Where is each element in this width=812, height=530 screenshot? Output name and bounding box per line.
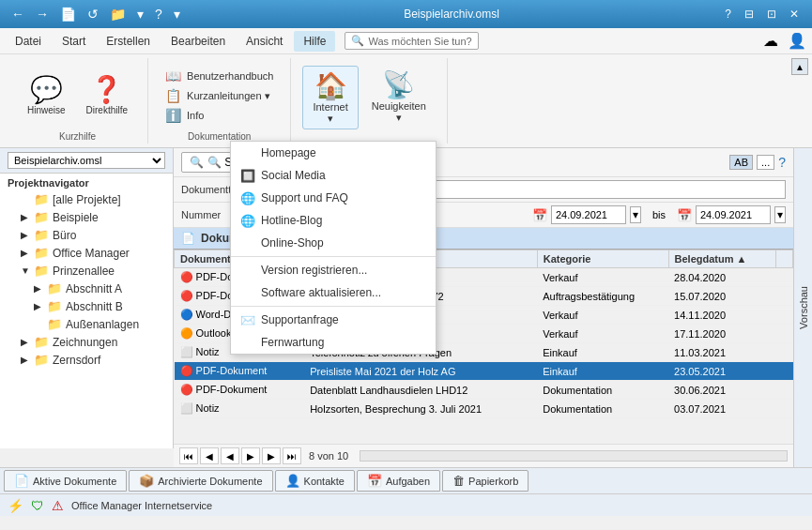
btn-kurzanleitungen[interactable]: 📋 Kurzanleitungen ▾: [160, 86, 279, 105]
date-dropdown-icon[interactable]: ▾: [630, 206, 641, 223]
sidebar-item-abschnitt-a[interactable]: ▶ 📁 Abschnitt A: [0, 280, 173, 297]
page-prev-btn[interactable]: ◀: [221, 447, 239, 464]
date-from-input[interactable]: [551, 205, 626, 224]
date-to-container: 📅 ▾: [677, 205, 786, 224]
menu-bearbeiten[interactable]: Bearbeiten: [161, 31, 235, 52]
account-icon[interactable]: 👤: [788, 32, 806, 50]
sidebar-item-label-zernsdorf: Zernsdorf: [53, 354, 100, 367]
date-filter: AB ... ?: [729, 155, 786, 170]
help-icon[interactable]: ?: [151, 5, 166, 23]
internet-dropdown: Homepage 🔲 Social Media 🌐 Support und FA…: [230, 141, 437, 355]
table-row[interactable]: ⬜ Notiz Holzsorten, Besprechung 3. Juli …: [175, 400, 793, 418]
menu-hotline-blog[interactable]: 🌐 Hotline-Blog: [231, 209, 436, 232]
doc-type-icon: ⬜: [180, 402, 193, 414]
folder-icon[interactable]: 📁: [106, 5, 130, 23]
close-btn[interactable]: ✕: [784, 8, 804, 21]
tab-aufgaben[interactable]: 📅 Aufgaben: [357, 470, 440, 492]
btn-kurzanleitungen-label: Kurzanleitungen ▾: [187, 90, 270, 102]
menu-online-shop[interactable]: Online-Shop: [231, 232, 436, 254]
sidebar-item-abschnitt-b[interactable]: ▶ 📁 Abschnitt B: [0, 297, 173, 315]
folder-zernsdorf-icon: 📁: [34, 353, 49, 367]
sidebar-item-aussenanlagen[interactable]: 📁 Außenanlagen: [0, 315, 173, 333]
doc-type-icon: 🔵: [180, 309, 193, 320]
forward-btn[interactable]: →: [32, 5, 53, 23]
sidebar-item-beispiele[interactable]: ▶ 📁 Beispiele: [0, 208, 173, 226]
back-btn[interactable]: ←: [8, 5, 28, 23]
page-first-btn[interactable]: ⏮: [179, 447, 198, 464]
tree-arrow-beispiele: ▶: [21, 212, 34, 222]
btn-benutzerhandbuch[interactable]: 📖 Benutzerhandbuch: [160, 67, 279, 85]
menu-support-faq[interactable]: 🌐 Support und FAQ: [231, 187, 436, 209]
tab-kontakte[interactable]: 👤 Kontakte: [275, 470, 355, 492]
tab-aktive[interactable]: 📄 Aktive Dokumente: [4, 470, 127, 492]
cloud-icon[interactable]: ☁: [763, 32, 778, 50]
folder-abschnitt-a-icon: 📁: [47, 281, 62, 295]
cell-type: 🔴 PDF-Dokument: [175, 362, 305, 381]
menu-software-aktualisieren[interactable]: Software aktualisieren...: [231, 281, 436, 304]
tab-papierkorb-icon: 🗑: [452, 474, 465, 488]
config-arrow[interactable]: ▾: [170, 5, 184, 23]
date-to-input[interactable]: [696, 205, 771, 224]
tab-papierkorb[interactable]: 🗑 Papierkorb: [442, 470, 529, 492]
folder-all-icon: 📁: [34, 192, 49, 206]
ribbon: 💬 Hinweise ❓ Direkthilfe Kurzhilfe 📖 Ben…: [0, 54, 812, 148]
search-btn-icon: 🔍: [190, 156, 204, 169]
minimize-btn[interactable]: ⊟: [739, 8, 759, 21]
menu-version-registrieren[interactable]: Version registrieren...: [231, 259, 436, 281]
menu-homepage[interactable]: Homepage: [231, 142, 436, 164]
page-scroll[interactable]: [360, 450, 788, 462]
cell-category: Einkauf: [537, 362, 668, 381]
homepage-label: Homepage: [261, 146, 316, 159]
col-category[interactable]: Kategorie: [537, 250, 668, 268]
date-cal-icon: 📅: [532, 208, 547, 222]
doc-type-icon: 🔴: [180, 271, 193, 282]
vorschau-tab[interactable]: Vorschau: [793, 148, 812, 467]
cell-extra: [776, 343, 793, 362]
table-row[interactable]: 🔴 PDF-Dokument Preisliste Mai 2021 der H…: [175, 362, 793, 381]
hinweise-icon: 💬: [30, 77, 63, 103]
page-last-btn[interactable]: ⏭: [283, 447, 301, 464]
sidebar-item-label-buero: Büro: [53, 229, 76, 242]
restore-btn[interactable]: ⊡: [761, 8, 782, 21]
menu-search[interactable]: 🔍 Was möchten Sie tun?: [345, 32, 478, 50]
page-next-next-btn[interactable]: ▶: [262, 447, 281, 464]
cell-extra: [776, 268, 793, 287]
sidebar-item-zernsdorf[interactable]: ▶ 📁 Zernsdorf: [0, 351, 173, 369]
sidebar-item-office-manager[interactable]: ▶ 📁 Office Manager: [0, 244, 173, 262]
menu-supportanfrage[interactable]: ✉️ Supportanfrage: [231, 309, 436, 331]
menu-hilfe[interactable]: Hilfe: [294, 31, 335, 52]
btn-direkthilfe[interactable]: ❓ Direkthilfe: [78, 72, 136, 120]
help-btn[interactable]: ?: [719, 8, 737, 21]
refresh-btn[interactable]: ↺: [84, 5, 102, 23]
table-row[interactable]: 🔴 PDF-Dokument Datenblatt Landhausdielen…: [175, 381, 793, 400]
tab-archivierte[interactable]: 📦 Archivierte Dokumente: [129, 470, 272, 492]
dropdown-arrow[interactable]: ▾: [133, 5, 147, 23]
menu-social-media[interactable]: 🔲 Social Media: [231, 164, 436, 187]
sidebar-item-all[interactable]: 📁 [alle Projekte]: [0, 190, 173, 208]
col-extra[interactable]: [776, 250, 793, 268]
btn-internet[interactable]: 🏠 Internet ▾: [302, 66, 358, 129]
social-media-icon: 🔲: [240, 169, 255, 183]
menu-fernwartung[interactable]: Fernwartung: [231, 331, 436, 354]
menu-erstellen[interactable]: Erstellen: [97, 31, 160, 52]
file-icon[interactable]: 📄: [56, 5, 80, 23]
date-dropdown-icon2[interactable]: ▾: [774, 206, 786, 223]
btn-benutzerhandbuch-label: Benutzerhandbuch: [187, 70, 273, 82]
ellipsis-btn[interactable]: ...: [757, 155, 774, 170]
tab-kontakte-icon: 👤: [285, 474, 300, 488]
menu-datei[interactable]: Datei: [6, 31, 51, 52]
sidebar-item-prinzenallee[interactable]: ▼ 📁 Prinzenallee: [0, 262, 173, 280]
sidebar-item-zeichnungen[interactable]: ▶ 📁 Zeichnungen: [0, 333, 173, 351]
btn-hinweise[interactable]: 💬 Hinweise: [19, 72, 74, 120]
cell-extra: [776, 381, 793, 400]
sidebar-item-buero[interactable]: ▶ 📁 Büro: [0, 226, 173, 244]
archive-select[interactable]: Beispielarchiv.omsl: [8, 152, 165, 169]
ribbon-collapse-btn[interactable]: ▲: [791, 58, 808, 75]
col-date[interactable]: Belegdatum ▲: [668, 250, 775, 268]
btn-info[interactable]: ℹ️ Info: [160, 106, 279, 125]
menu-ansicht[interactable]: Ansicht: [237, 31, 292, 52]
page-prev-prev-btn[interactable]: ◀: [200, 447, 219, 464]
menu-start[interactable]: Start: [53, 31, 95, 52]
btn-neuigkeiten[interactable]: 📡 Neuigkeiten ▾: [362, 66, 436, 128]
page-next-btn[interactable]: ▶: [241, 447, 260, 464]
